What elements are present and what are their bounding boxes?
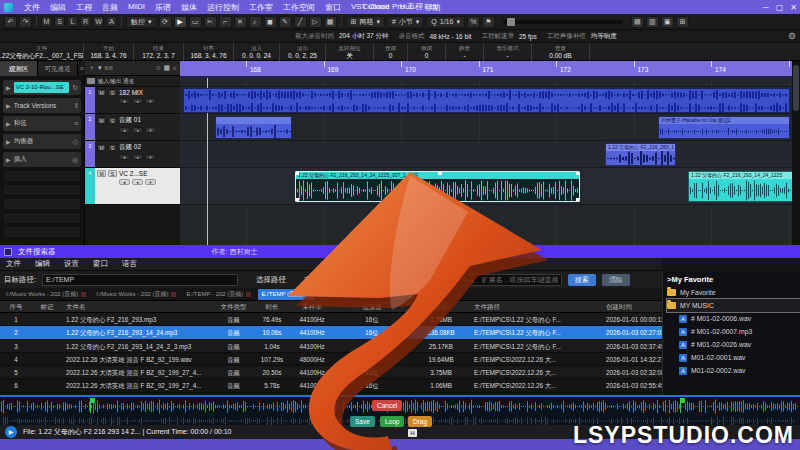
drag-button[interactable]: Drag bbox=[408, 416, 432, 427]
minimize-icon[interactable]: ─ bbox=[763, 3, 769, 12]
info-field-11[interactable]: 音量0.00 dB bbox=[532, 43, 590, 61]
column-header-8[interactable]: 文件路径 bbox=[470, 301, 602, 312]
column-header-5[interactable]: 采样率 bbox=[292, 301, 332, 312]
mute-button[interactable]: M bbox=[97, 170, 106, 177]
favorite-item-3[interactable]: A# M01-02-0007.mp3 bbox=[667, 325, 800, 338]
channel-button-w[interactable]: W bbox=[93, 16, 104, 27]
audio-clip-hanabe[interactable]: 川井憲子-Hanabe no Uta 渡辺2 bbox=[658, 116, 790, 139]
path-tab-3[interactable]: E:/TEMP (音频) bbox=[258, 289, 314, 300]
tab-close-icon[interactable] bbox=[306, 292, 311, 297]
favorite-item-1[interactable]: MY MUSIC bbox=[667, 299, 800, 312]
browser-menu-2[interactable]: 设置 bbox=[64, 259, 79, 269]
menu-item-6[interactable]: 媒体 bbox=[176, 2, 202, 13]
path-tab-2[interactable]: E:/TEMP - 202 (音频) bbox=[183, 289, 254, 300]
inspector-track-header[interactable]: ▶ VC 2-10-Rou...SE ↻ bbox=[3, 80, 81, 95]
arrange-area[interactable]: 川井憲子-Hanabe no Uta 渡辺2 1.22 父母的心 F2_216_… bbox=[180, 78, 792, 245]
quantize-dropdown[interactable]: Q1/16▾ bbox=[426, 16, 465, 28]
column-header-2[interactable]: 文件名 bbox=[62, 301, 215, 312]
undo-icon[interactable]: ↶ bbox=[4, 16, 17, 28]
browser-menu-3[interactable]: 窗口 bbox=[93, 259, 108, 269]
toolbar-gear-icon[interactable]: ⚙ bbox=[788, 31, 796, 41]
loop-end-marker[interactable] bbox=[680, 398, 681, 413]
clip-handle[interactable] bbox=[576, 198, 580, 202]
favorite-item-0[interactable]: My Favorite bbox=[667, 286, 800, 299]
record-enable-button[interactable]: ● bbox=[119, 98, 130, 104]
column-header-4[interactable]: 时长 bbox=[252, 301, 292, 312]
tab-close-icon[interactable] bbox=[171, 292, 176, 297]
target-path-input[interactable] bbox=[42, 274, 238, 286]
record-enable-button[interactable]: ● bbox=[119, 154, 130, 160]
column-header-3[interactable]: 文件类型 bbox=[215, 301, 252, 312]
audio-clip-182mix[interactable] bbox=[183, 88, 790, 113]
track-row-1[interactable]: 1MS182 MIX●◂e bbox=[85, 87, 180, 114]
monitor-button[interactable]: ◂ bbox=[132, 154, 143, 160]
inspector-section-1[interactable]: ▶和弦≡ bbox=[3, 116, 81, 131]
table-row-5[interactable]: 52022.12.26 大话英雄 混音 F BZ_92_199_27_4...音… bbox=[0, 366, 662, 379]
column-header-1[interactable]: 标记 bbox=[32, 301, 62, 312]
favorite-item-2[interactable]: A# M01-02-0006.wav bbox=[667, 312, 800, 325]
play-tool[interactable]: ▷ bbox=[309, 16, 322, 28]
inspector-section-3[interactable]: ▶插入◎ bbox=[3, 152, 81, 167]
record-enable-button[interactable]: ● bbox=[119, 127, 130, 133]
color-tool[interactable]: ▦ bbox=[324, 16, 337, 28]
column-header-0[interactable]: 序号 bbox=[0, 301, 32, 312]
range-tool[interactable]: ▭ bbox=[189, 16, 202, 28]
channel-button-a[interactable]: A bbox=[106, 16, 117, 27]
favorite-item-5[interactable]: AM01-02-0001.wav bbox=[667, 351, 800, 364]
inspector-tab-0[interactable]: 观测区 bbox=[0, 61, 38, 76]
tab-close-icon[interactable] bbox=[81, 292, 86, 297]
menu-item-5[interactable]: 乐谱 bbox=[150, 2, 176, 13]
path-tab-0[interactable]: I:/Music Works - 202 (音频) bbox=[3, 289, 89, 300]
inspector-menu-icon[interactable]: ≡ bbox=[78, 61, 85, 76]
browser-menu-1[interactable]: 编辑 bbox=[35, 259, 50, 269]
cancel-button[interactable]: Cancel bbox=[372, 400, 402, 411]
path-tab-1[interactable]: I:/Music Works - 202 (音频) bbox=[93, 289, 179, 300]
mute-tool[interactable]: ◼ bbox=[264, 16, 277, 28]
favorite-item-4[interactable]: A# M01-02-0026.wav bbox=[667, 338, 800, 351]
clip-handle[interactable] bbox=[576, 171, 580, 175]
table-row-2[interactable]: 21.22 父母的心 F2_216_293_14_24.mp3音频10.06s4… bbox=[0, 326, 662, 339]
channel-button-s[interactable]: S bbox=[54, 16, 65, 27]
zoom-slider[interactable] bbox=[503, 20, 623, 24]
channel-button-m[interactable]: M bbox=[41, 16, 52, 27]
search-track-icon[interactable]: ⌕ bbox=[173, 64, 177, 72]
line-tool[interactable]: ╱ bbox=[294, 16, 307, 28]
column-header-9[interactable]: 创建时间 bbox=[602, 301, 662, 312]
menu-item-2[interactable]: 工程 bbox=[71, 2, 97, 13]
mute-button[interactable]: M bbox=[97, 117, 106, 124]
play-icon[interactable]: ▶ bbox=[5, 426, 17, 438]
clear-button[interactable]: 清除 bbox=[602, 274, 630, 286]
menu-item-1[interactable]: 编辑 bbox=[45, 2, 71, 13]
close-icon[interactable]: ✕ bbox=[790, 3, 797, 12]
track-row-4[interactable]: 4MSVC 2...SE●◂e bbox=[85, 168, 180, 205]
timeline-ruler[interactable]: 168169170171172173174175 bbox=[180, 61, 792, 78]
inspector-tab-1[interactable]: 可见通道 bbox=[38, 61, 78, 76]
menu-item-8[interactable]: 工作室 bbox=[244, 2, 278, 13]
search-button[interactable]: 搜索 bbox=[568, 274, 596, 286]
home-icon[interactable]: ⌂ bbox=[156, 64, 160, 72]
zoom-tool[interactable]: ⌕ bbox=[249, 16, 262, 28]
solo-button[interactable]: S bbox=[108, 117, 117, 124]
audio-clip-right[interactable]: 1.22 父母的心 F2_216_293_14_24_1225 bbox=[688, 171, 792, 202]
automation-mode-dropdown[interactable]: 触控▾ bbox=[126, 16, 157, 28]
info-field-2[interactable]: 结束172. 2. 3. 7 bbox=[134, 43, 184, 61]
grid-icon[interactable]: ▦ bbox=[163, 64, 170, 72]
setup-window-icon[interactable]: ⊞ bbox=[676, 16, 689, 28]
info-field-1[interactable]: 开始168. 3. 4. 76 bbox=[84, 43, 134, 61]
solo-button[interactable]: S bbox=[108, 144, 117, 151]
track-filter-icon[interactable]: ▾ bbox=[98, 64, 102, 72]
edit-channel-button[interactable]: e bbox=[145, 179, 156, 185]
audio-clip-selected[interactable]: 1.22 父母的心 F2_216_293_14_24_1225_007_1_FS… bbox=[295, 171, 580, 202]
clip-handle[interactable] bbox=[295, 171, 299, 175]
track-row-3[interactable]: 3MS音频 02●◂e bbox=[85, 141, 180, 168]
info-field-3[interactable]: 对齐168. 3. 4. 76 bbox=[184, 43, 234, 61]
menu-item-7[interactable]: 运行控制 bbox=[202, 2, 244, 13]
edit-channel-button[interactable]: e bbox=[145, 154, 156, 160]
mute-button[interactable]: M bbox=[97, 89, 106, 96]
inspector-section-0[interactable]: ▶Track Versions‖ bbox=[3, 98, 81, 113]
tab-close-icon[interactable] bbox=[246, 292, 251, 297]
layout-icon-3[interactable]: ▣ bbox=[661, 16, 674, 28]
info-field-10[interactable]: 音乐模式- bbox=[484, 43, 532, 61]
loop-start-marker[interactable] bbox=[90, 398, 91, 413]
browser-menu-4[interactable]: 语言 bbox=[122, 259, 137, 269]
